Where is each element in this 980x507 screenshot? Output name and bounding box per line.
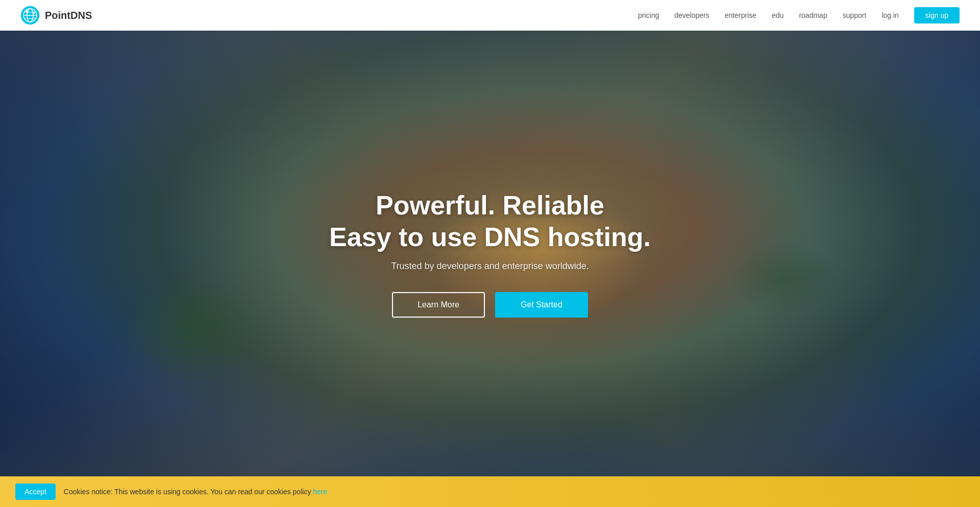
learn-more-button[interactable]: Learn More (392, 292, 485, 318)
nav-roadmap[interactable]: roadmap (799, 11, 827, 19)
cookie-accept-button[interactable]: Accept (15, 484, 56, 500)
nav-login[interactable]: log in (881, 11, 898, 19)
hero-title: Powerful. Reliable Easy to use DNS hosti… (329, 189, 651, 253)
cookie-policy-link[interactable]: here (313, 488, 327, 496)
nav-support[interactable]: support (843, 11, 867, 19)
cookie-notice-text: Cookies notice: This website is using co… (64, 488, 328, 496)
brand-logo-icon (20, 6, 40, 25)
hero-subtitle: Trusted by developers and enterprise wor… (329, 261, 651, 272)
svg-point-7 (26, 10, 29, 13)
hero-buttons: Learn More Get Started (329, 292, 651, 318)
get-started-button[interactable]: Get Started (495, 292, 588, 318)
nav-enterprise[interactable]: enterprise (725, 11, 756, 19)
nav-signup[interactable]: sign up (914, 7, 960, 23)
nav-edu[interactable]: edu (772, 11, 783, 19)
nav-pricing[interactable]: pricing (638, 11, 659, 19)
nav-developers[interactable]: developers (674, 11, 709, 19)
navbar: PointDNS pricing developers enterprise e… (0, 0, 980, 31)
nav-links: pricing developers enterprise edu roadma… (638, 11, 960, 20)
hero-content: Powerful. Reliable Easy to use DNS hosti… (319, 189, 661, 318)
svg-point-9 (32, 18, 34, 20)
cookie-banner: Accept Cookies notice: This website is u… (0, 476, 980, 507)
brand-name: PointDNS (45, 10, 92, 21)
hero-section: Powerful. Reliable Easy to use DNS hosti… (0, 0, 980, 507)
brand-link[interactable]: PointDNS (20, 6, 92, 25)
svg-point-8 (33, 12, 35, 14)
